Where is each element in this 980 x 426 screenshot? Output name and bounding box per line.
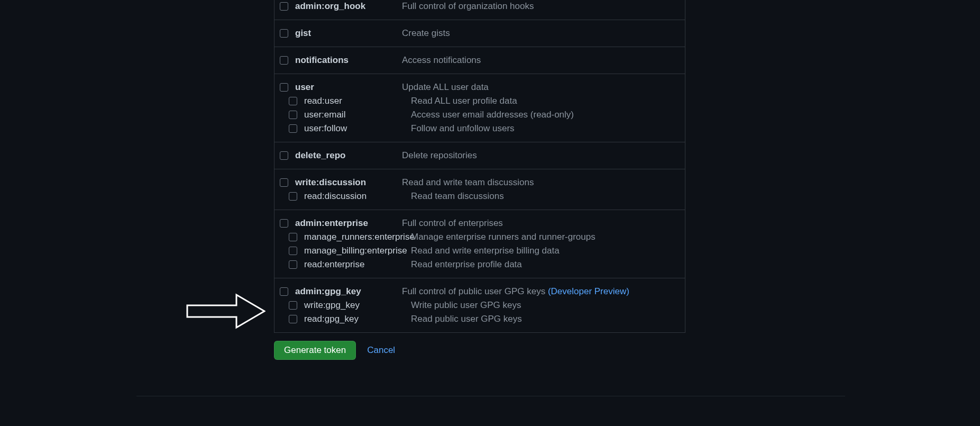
- scope-checkbox[interactable]: [289, 260, 297, 269]
- scope-row: read:enterpriseRead enterprise profile d…: [280, 258, 680, 271]
- scope-label: admin:enterprise: [295, 218, 402, 229]
- scope-checkbox[interactable]: [289, 111, 297, 119]
- scope-checkbox[interactable]: [289, 97, 297, 105]
- scope-description: Access notifications: [402, 55, 481, 66]
- scope-label: user:follow: [304, 123, 411, 134]
- scope-label: manage_runners:enterprise: [304, 232, 411, 242]
- scope-description: Full control of organization hooks: [402, 1, 534, 12]
- pointer-arrow-icon: [186, 292, 265, 330]
- scope-label: read:enterprise: [304, 259, 411, 270]
- scope-label: user: [295, 82, 402, 93]
- scope-checkbox[interactable]: [280, 151, 288, 160]
- scope-checkbox[interactable]: [289, 315, 297, 323]
- scope-checkbox[interactable]: [289, 124, 297, 133]
- cancel-button[interactable]: Cancel: [367, 345, 395, 356]
- scope-label: user:email: [304, 110, 411, 120]
- scope-label: read:user: [304, 96, 411, 106]
- scope-row: delete_repoDelete repositories: [280, 149, 680, 162]
- scope-description: Read public user GPG keys: [411, 314, 522, 324]
- scopes-container: admin:org_hookFull control of organizati…: [274, 0, 685, 333]
- scope-label: delete_repo: [295, 150, 402, 161]
- scope-label: gist: [295, 28, 402, 39]
- scope-checkbox[interactable]: [280, 56, 288, 65]
- scope-description: Read and write enterprise billing data: [411, 246, 560, 256]
- scope-row: read:discussionRead team discussions: [280, 189, 680, 203]
- scope-row: user:emailAccess user email addresses (r…: [280, 108, 680, 122]
- scope-row: admin:gpg_keyFull control of public user…: [280, 285, 680, 298]
- form-actions: Generate token Cancel: [274, 341, 685, 360]
- scope-row: user:followFollow and unfollow users: [280, 122, 680, 135]
- scope-label: write:gpg_key: [304, 300, 411, 311]
- scope-description: Delete repositories: [402, 150, 477, 161]
- scope-checkbox[interactable]: [289, 247, 297, 255]
- scope-label: read:gpg_key: [304, 314, 411, 324]
- scope-group: admin:org_hookFull control of organizati…: [274, 0, 685, 20]
- scope-group: userUpdate ALL user dataread:userRead AL…: [274, 74, 685, 142]
- scope-label: admin:org_hook: [295, 1, 402, 12]
- scope-group: admin:gpg_keyFull control of public user…: [274, 278, 685, 333]
- footer-divider: [136, 396, 845, 396]
- scope-row: read:gpg_keyRead public user GPG keys: [280, 312, 680, 326]
- scope-group: gistCreate gists: [274, 20, 685, 47]
- scope-group: write:discussionRead and write team disc…: [274, 169, 685, 210]
- scope-description: Read ALL user profile data: [411, 96, 517, 106]
- scope-label: write:discussion: [295, 177, 402, 188]
- scope-description: Manage enterprise runners and runner-gro…: [411, 232, 596, 242]
- scope-group: delete_repoDelete repositories: [274, 142, 685, 169]
- scope-checkbox[interactable]: [280, 178, 288, 187]
- scope-group: admin:enterpriseFull control of enterpri…: [274, 210, 685, 278]
- scope-checkbox[interactable]: [280, 83, 288, 92]
- scope-checkbox[interactable]: [289, 233, 297, 241]
- scope-row: read:userRead ALL user profile data: [280, 94, 680, 108]
- scope-row: manage_runners:enterpriseManage enterpri…: [280, 230, 680, 244]
- scope-description: Read team discussions: [411, 191, 504, 202]
- developer-preview-link[interactable]: (Developer Preview): [548, 286, 629, 296]
- scope-row: admin:enterpriseFull control of enterpri…: [280, 216, 680, 230]
- scope-checkbox[interactable]: [280, 29, 288, 38]
- scope-label: read:discussion: [304, 191, 411, 202]
- scope-checkbox[interactable]: [280, 219, 288, 228]
- scope-row: notificationsAccess notifications: [280, 53, 680, 67]
- scope-description: Update ALL user data: [402, 82, 489, 93]
- scope-row: manage_billing:enterpriseRead and write …: [280, 244, 680, 258]
- scope-row: gistCreate gists: [280, 26, 680, 40]
- scope-description: Full control of enterprises: [402, 218, 503, 229]
- scope-checkbox[interactable]: [289, 301, 297, 310]
- scope-group: notificationsAccess notifications: [274, 47, 685, 74]
- scope-description: Write public user GPG keys: [411, 300, 521, 311]
- scope-checkbox[interactable]: [280, 2, 288, 11]
- scope-label: manage_billing:enterprise: [304, 246, 411, 256]
- generate-token-button[interactable]: Generate token: [274, 341, 356, 360]
- scope-description: Access user email addresses (read-only): [411, 110, 574, 120]
- scope-row: userUpdate ALL user data: [280, 80, 680, 94]
- scope-description: Read enterprise profile data: [411, 259, 522, 270]
- scope-description: Create gists: [402, 28, 450, 39]
- scope-checkbox[interactable]: [280, 287, 288, 296]
- scope-checkbox[interactable]: [289, 192, 297, 201]
- scope-description: Read and write team discussions: [402, 177, 534, 188]
- scope-row: admin:org_hookFull control of organizati…: [280, 0, 680, 13]
- scope-row: write:gpg_keyWrite public user GPG keys: [280, 298, 680, 312]
- scope-description: Follow and unfollow users: [411, 123, 515, 134]
- scope-label: admin:gpg_key: [295, 286, 402, 297]
- scope-row: write:discussionRead and write team disc…: [280, 176, 680, 189]
- scope-description: Full control of public user GPG keys (De…: [402, 286, 629, 297]
- scope-label: notifications: [295, 55, 402, 66]
